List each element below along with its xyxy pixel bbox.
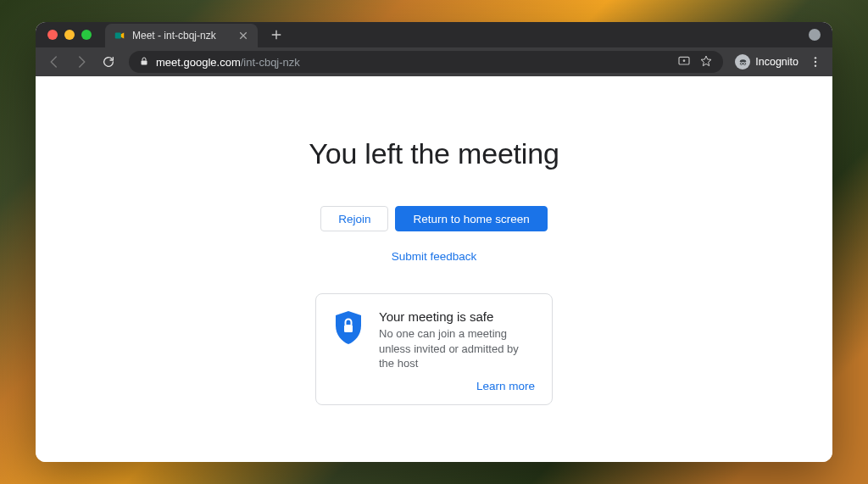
browser-tab[interactable]: Meet - int-cbqj-nzk: [105, 24, 258, 47]
svg-point-5: [743, 62, 746, 64]
incognito-label: Incognito: [755, 56, 798, 68]
url-domain: meet.google.com: [156, 56, 241, 69]
safe-card-description: No one can join a meeting unless invited…: [379, 326, 535, 371]
svg-point-4: [740, 62, 743, 64]
tab-close-icon[interactable]: [237, 30, 249, 42]
learn-more-link[interactable]: Learn more: [476, 380, 535, 392]
page-content: You left the meeting Rejoin Return to ho…: [36, 76, 832, 462]
svg-point-3: [683, 59, 686, 62]
url-text: meet.google.com/int-cbqj-nzk: [156, 56, 300, 69]
safe-meeting-card: Your meeting is safe No one can join a m…: [315, 293, 553, 405]
svg-rect-0: [115, 33, 121, 39]
tabs-row: Meet - int-cbqj-nzk: [105, 22, 285, 47]
lock-icon: [139, 56, 149, 69]
window-minimize-button[interactable]: [64, 30, 75, 40]
svg-rect-9: [344, 325, 353, 332]
browser-window: Meet - int-cbqj-nzk meet.googl: [36, 22, 832, 462]
forward-button[interactable]: [70, 50, 93, 74]
install-icon[interactable]: [677, 54, 691, 70]
svg-rect-1: [142, 60, 147, 64]
page-title: You left the meeting: [309, 137, 559, 170]
svg-point-8: [815, 64, 816, 66]
submit-feedback-link[interactable]: Submit feedback: [392, 250, 477, 263]
back-button[interactable]: [42, 50, 66, 74]
reload-button[interactable]: [97, 50, 120, 74]
titlebar: Meet - int-cbqj-nzk: [36, 22, 832, 47]
button-row: Rejoin Return to home screen: [320, 206, 548, 231]
meet-favicon-icon: [114, 30, 125, 42]
new-tab-button[interactable]: [268, 26, 285, 43]
window-close-button[interactable]: [47, 30, 58, 40]
navbar: meet.google.com/int-cbqj-nzk Incognito: [36, 47, 832, 76]
shield-icon: [333, 309, 364, 371]
incognito-badge[interactable]: Incognito: [732, 52, 802, 72]
menu-button[interactable]: [805, 52, 826, 72]
svg-point-7: [815, 61, 816, 63]
rejoin-button[interactable]: Rejoin: [320, 206, 388, 231]
tab-title: Meet - int-cbqj-nzk: [132, 30, 231, 42]
url-path: /int-cbqj-nzk: [241, 56, 300, 69]
svg-point-6: [815, 57, 816, 58]
traffic-lights: [47, 30, 92, 40]
window-maximize-button[interactable]: [81, 30, 92, 40]
address-bar[interactable]: meet.google.com/int-cbqj-nzk: [129, 51, 723, 73]
bookmark-star-icon[interactable]: [699, 54, 713, 70]
profile-indicator-icon[interactable]: [809, 29, 821, 41]
return-home-button[interactable]: Return to home screen: [395, 206, 547, 231]
incognito-icon: [735, 54, 750, 70]
safe-card-title: Your meeting is safe: [379, 309, 535, 324]
